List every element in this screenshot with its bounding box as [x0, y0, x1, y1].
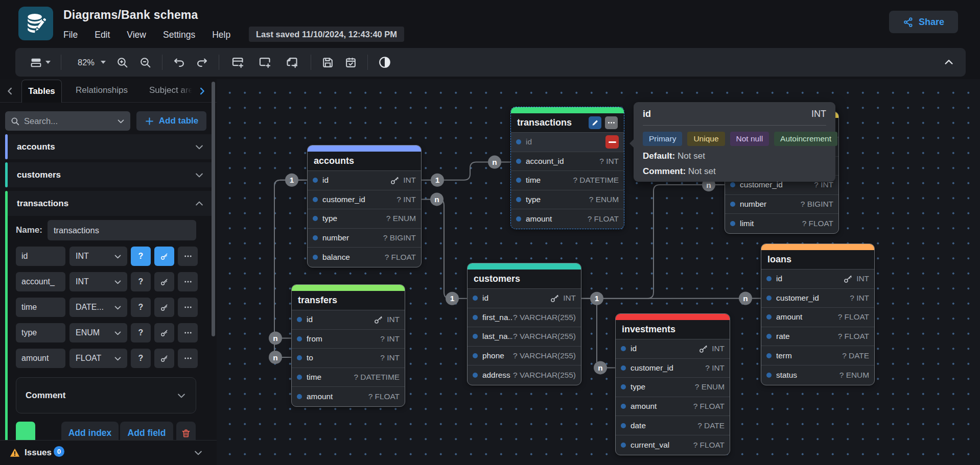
table-field-row[interactable]: type? ENUM: [308, 209, 421, 229]
tab-relationships[interactable]: Relationships: [76, 85, 128, 95]
canvas-table-transfers[interactable]: transfersidINTfrom? INTto? INTtime? DATE…: [291, 284, 405, 407]
table-field-row[interactable]: customer_id? INT: [616, 359, 730, 378]
field-more-button[interactable]: [178, 272, 198, 291]
tab-subject-areas[interactable]: Subject are: [149, 85, 192, 95]
field-name-input[interactable]: type: [16, 323, 65, 342]
menu-file[interactable]: File: [63, 30, 78, 40]
table-field-row[interactable]: current_val? FLOAT: [616, 435, 730, 455]
table-field-row[interactable]: time? DATETIME: [292, 368, 405, 387]
save-button[interactable]: [316, 52, 339, 72]
zoom-in-button[interactable]: [111, 52, 134, 72]
redo-button[interactable]: [191, 52, 214, 72]
table-field-row[interactable]: type? ENUM: [616, 378, 730, 397]
field-name-input[interactable]: account_: [16, 272, 65, 291]
field-name-input[interactable]: id: [16, 247, 65, 266]
field-nullable-button[interactable]: ?: [131, 349, 151, 368]
table-field-row[interactable]: idINT: [616, 339, 730, 359]
table-field-row[interactable]: term? DATE: [761, 346, 874, 365]
canvas-table-customers[interactable]: customersidINTfirst_na...? VARCHAR(255)l…: [467, 263, 581, 385]
relationship-line[interactable]: [581, 299, 615, 368]
table-more-button[interactable]: [605, 116, 618, 129]
table-field-row[interactable]: amount? FLOAT: [292, 387, 405, 406]
canvas-table-loans[interactable]: loansidINTcustomer_id? INTamount? FLOATr…: [761, 243, 875, 385]
table-field-row[interactable]: idINT: [761, 270, 874, 289]
zoom-level-dropdown[interactable]: 82%: [66, 52, 111, 72]
menu-settings[interactable]: Settings: [163, 30, 195, 40]
table-field-row[interactable]: customer_id? INT: [761, 289, 874, 308]
table-field-row[interactable]: id: [511, 133, 624, 152]
field-nullable-button[interactable]: ?: [131, 272, 151, 291]
canvas-table-transactions[interactable]: transactionsidaccount_id? INTtime? DATET…: [510, 107, 624, 229]
table-field-row[interactable]: balance? FLOAT: [308, 248, 421, 267]
chevron-down-icon[interactable]: [193, 448, 203, 458]
canvas-table-investments[interactable]: investmentsidINTcustomer_id? INTtype? EN…: [615, 313, 730, 455]
field-key-button[interactable]: [154, 349, 174, 368]
table-field-row[interactable]: first_na...? VARCHAR(255): [468, 308, 581, 328]
field-key-button[interactable]: [154, 323, 174, 342]
table-field-row[interactable]: from? INT: [292, 330, 405, 349]
layout-panels-button[interactable]: [25, 52, 56, 72]
add-table-button[interactable]: Add table: [136, 111, 206, 131]
add-area-tool-button[interactable]: [251, 52, 278, 72]
comment-section[interactable]: Comment: [16, 377, 196, 413]
field-type-select[interactable]: INT: [69, 247, 127, 266]
field-type-select[interactable]: FLOAT: [69, 349, 127, 368]
theme-toggle-button[interactable]: [373, 52, 396, 72]
save-as-template-button[interactable]: [339, 52, 362, 72]
chevron-up-icon[interactable]: [194, 199, 204, 209]
table-field-row[interactable]: amount? FLOAT: [616, 397, 730, 417]
sidebar-table-transactions[interactable]: transactions: [8, 191, 212, 216]
field-name-input[interactable]: amount: [16, 349, 65, 368]
search-input[interactable]: Search...: [5, 111, 130, 131]
table-field-row[interactable]: time? DATETIME: [511, 171, 624, 190]
table-field-row[interactable]: limit? FLOAT: [725, 214, 838, 233]
zoom-out-button[interactable]: [134, 52, 157, 72]
table-field-row[interactable]: rate? FLOAT: [761, 327, 874, 347]
field-name-input[interactable]: time: [16, 298, 65, 317]
table-field-row[interactable]: status? ENUM: [761, 365, 874, 385]
table-field-row[interactable]: idINT: [468, 289, 581, 308]
field-more-button[interactable]: [178, 247, 198, 266]
issues-bar[interactable]: Issues 0: [0, 440, 217, 465]
edit-table-button[interactable]: [589, 116, 601, 129]
field-key-button[interactable]: [154, 272, 174, 291]
table-field-row[interactable]: to? INT: [292, 349, 405, 368]
field-key-button[interactable]: [154, 247, 174, 266]
field-type-select[interactable]: DATE...: [69, 298, 127, 317]
field-more-button[interactable]: [178, 349, 198, 368]
diagram-canvas[interactable]: 1nn1nn1n1nn accountsidINTcustomer_id? IN…: [217, 79, 980, 465]
table-field-row[interactable]: amount? FLOAT: [511, 209, 624, 229]
sidebar-table-accounts[interactable]: accounts: [5, 134, 212, 159]
table-field-row[interactable]: idINT: [292, 310, 405, 330]
sidebar-table-customers[interactable]: customers: [5, 162, 212, 187]
app-logo[interactable]: [18, 7, 53, 40]
table-field-row[interactable]: idINT: [308, 171, 421, 190]
table-field-row[interactable]: number? BIGINT: [725, 195, 838, 214]
table-field-row[interactable]: address? VARCHAR(255): [468, 365, 581, 385]
tab-tables[interactable]: Tables: [21, 80, 62, 103]
menu-edit[interactable]: Edit: [95, 30, 110, 40]
table-field-row[interactable]: customer_id? INT: [308, 190, 421, 210]
field-nullable-button[interactable]: ?: [131, 323, 151, 342]
sidebar-scrollbar[interactable]: [212, 82, 215, 336]
tabs-scroll-left-button[interactable]: [5, 84, 17, 98]
field-nullable-button[interactable]: ?: [131, 298, 151, 317]
field-nullable-button[interactable]: ?: [131, 247, 151, 266]
chevron-down-icon[interactable]: [194, 142, 204, 152]
table-field-row[interactable]: number? BIGINT: [308, 229, 421, 248]
chevron-down-icon[interactable]: [194, 170, 204, 180]
field-more-button[interactable]: [178, 298, 198, 317]
table-field-row[interactable]: account_id? INT: [511, 152, 624, 172]
share-button[interactable]: Share: [889, 11, 958, 33]
table-name-input[interactable]: transactions: [48, 220, 196, 240]
add-note-tool-button[interactable]: [278, 52, 306, 72]
canvas-table-accounts[interactable]: accountsidINTcustomer_id? INTtype? ENUMn…: [307, 145, 422, 267]
collapse-header-button[interactable]: [943, 48, 954, 77]
menu-help[interactable]: Help: [212, 30, 230, 40]
table-field-row[interactable]: type? ENUM: [511, 190, 624, 210]
table-field-row[interactable]: amount? FLOAT: [761, 308, 874, 327]
add-table-tool-button[interactable]: [224, 52, 251, 72]
field-key-button[interactable]: [154, 298, 174, 317]
field-type-select[interactable]: ENUM: [69, 323, 127, 342]
relationship-line[interactable]: [422, 199, 467, 298]
